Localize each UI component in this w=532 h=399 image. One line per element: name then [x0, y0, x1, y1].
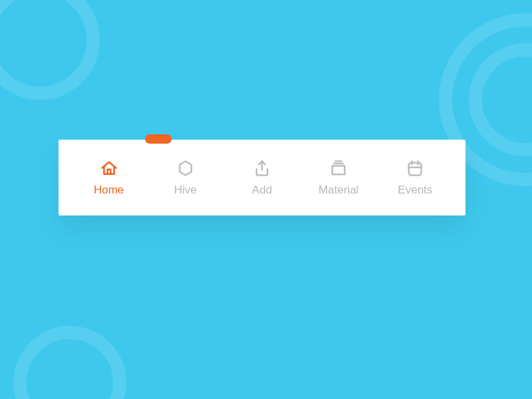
decorative-circle: [0, 0, 100, 100]
decorative-circle: [13, 326, 126, 399]
calendar-icon: [405, 158, 425, 178]
home-icon: [99, 158, 119, 178]
bottom-tab-bar: Home Hive Add Material Events: [59, 140, 466, 215]
tab-home[interactable]: Home: [76, 158, 142, 197]
tab-hive[interactable]: Hive: [152, 158, 219, 197]
svg-rect-0: [409, 163, 422, 176]
hexagon-icon: [176, 158, 196, 178]
tab-label: Material: [319, 184, 358, 197]
tab-label: Home: [94, 184, 124, 197]
archive-icon: [329, 158, 348, 178]
tab-label: Hive: [174, 184, 197, 197]
tab-label: Add: [252, 184, 272, 197]
tab-label: Events: [398, 184, 432, 197]
share-up-icon: [252, 158, 272, 178]
tab-add[interactable]: Add: [229, 158, 295, 197]
tab-material[interactable]: Material: [305, 158, 372, 197]
tab-events[interactable]: Events: [382, 158, 448, 197]
active-tab-indicator: [145, 134, 172, 144]
